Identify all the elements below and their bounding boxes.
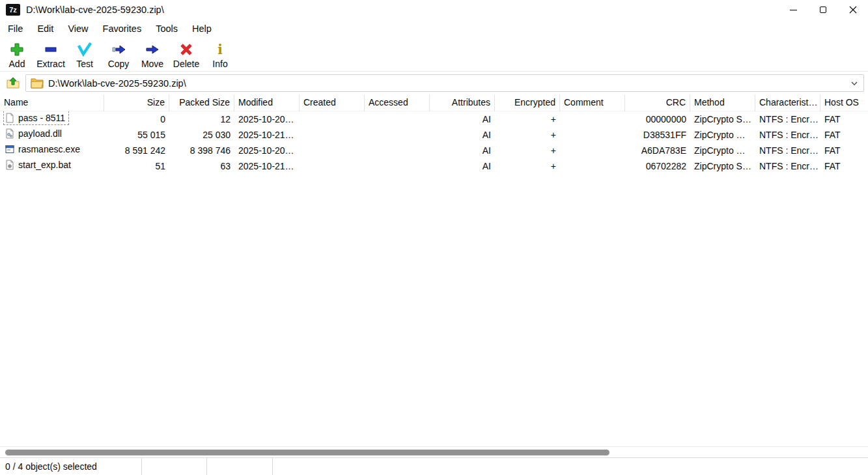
menu-tools[interactable]: Tools: [148, 22, 185, 36]
up-folder-icon: [7, 77, 20, 89]
menu-edit[interactable]: Edit: [30, 22, 61, 36]
column-header-attributes[interactable]: Attributes: [430, 94, 495, 111]
cell-packed_size: 63: [169, 158, 234, 174]
column-header-created[interactable]: Created: [300, 94, 365, 111]
file-row[interactable]: rasmanesc.exe8 591 2428 398 7462025-10-2…: [0, 143, 868, 158]
up-level-button[interactable]: [5, 76, 21, 91]
dll-file-icon: [5, 128, 15, 139]
column-header-label: Host OS: [824, 97, 859, 108]
cell-packed_size: 25 030: [169, 127, 234, 143]
column-header-label: Size: [147, 97, 165, 108]
cell-comment: [560, 143, 625, 158]
path-text: D:\Work\lab-cve-2025-59230.zip\: [48, 78, 845, 89]
column-header-label: Attributes: [452, 97, 490, 108]
column-header-label: Method: [694, 97, 725, 108]
file-name-wrap[interactable]: pass - 8511: [4, 111, 68, 124]
cell-comment: [560, 127, 625, 143]
menu-file[interactable]: File: [1, 22, 30, 36]
cell-name: start_exp.bat: [0, 158, 104, 174]
extract-button[interactable]: Extract: [34, 41, 68, 69]
menu-view[interactable]: View: [61, 22, 95, 36]
maximize-button[interactable]: [808, 0, 838, 20]
cell-crc: A6DA783E: [625, 143, 690, 158]
cell-modified: 2025-10-20…: [234, 111, 300, 127]
menu-favorites[interactable]: Favorites: [96, 22, 149, 36]
cell-size: 8 591 242: [104, 143, 169, 158]
svg-text:i: i: [217, 42, 223, 57]
delete-button[interactable]: Delete: [169, 41, 203, 69]
status-pane-selection: 0 / 4 object(s) selected: [0, 458, 142, 475]
copy-button[interactable]: Copy: [102, 41, 135, 69]
cell-size: 55 015: [104, 127, 169, 143]
column-header-label: Encrypted: [514, 97, 555, 108]
cell-created: [300, 158, 365, 174]
column-header-host_os[interactable]: Host OS: [820, 94, 868, 111]
minimize-button[interactable]: [778, 0, 808, 20]
column-header-modified[interactable]: Modified: [234, 94, 300, 111]
column-header-accessed[interactable]: Accessed: [365, 94, 430, 111]
text-file-icon: [5, 113, 15, 123]
column-header-encrypted[interactable]: Encrypted: [495, 94, 560, 111]
move-button[interactable]: Move: [135, 41, 169, 69]
file-name-label: start_exp.bat: [18, 158, 71, 173]
add-button[interactable]: Add: [0, 41, 34, 69]
cell-modified: 2025-10-21…: [234, 127, 300, 143]
column-header-label: CRC: [666, 97, 686, 108]
list-rows: pass - 85110122025-10-20…AI+00000000ZipC…: [0, 111, 868, 174]
cell-encrypted: +: [495, 143, 560, 158]
cell-characteristics: NTFS : Encr…: [755, 111, 820, 127]
cell-name: pass - 8511: [0, 111, 104, 127]
horizontal-scrollbar[interactable]: [0, 446, 868, 457]
cell-name: rasmanesc.exe: [0, 143, 104, 158]
toolbar-label: Add: [9, 59, 25, 69]
toolbar-label: Extract: [36, 59, 65, 69]
column-header-characteristics[interactable]: Characterist…: [755, 94, 820, 111]
menu-bar: File Edit View Favorites Tools Help: [0, 20, 868, 38]
column-header-crc[interactable]: CRC: [625, 94, 690, 111]
file-name-wrap[interactable]: rasmanesc.exe: [4, 143, 83, 156]
cell-attributes: AI: [430, 111, 495, 127]
cell-method: ZipCrypto S…: [690, 158, 755, 174]
title-bar[interactable]: 7z D:\Work\lab-cve-2025-59230.zip\: [0, 0, 868, 20]
cell-accessed: [365, 143, 430, 158]
column-header-comment[interactable]: Comment: [560, 94, 625, 111]
test-icon: [77, 41, 92, 58]
cell-encrypted: +: [495, 127, 560, 143]
close-button[interactable]: [838, 0, 868, 20]
file-row[interactable]: pass - 85110122025-10-20…AI+00000000ZipC…: [0, 111, 868, 127]
test-button[interactable]: Test: [68, 41, 102, 69]
cell-comment: [560, 158, 625, 174]
cell-attributes: AI: [430, 143, 495, 158]
cell-created: [300, 143, 365, 158]
cell-accessed: [365, 111, 430, 127]
file-list-empty-area: [0, 174, 868, 446]
column-header-name[interactable]: Name: [0, 94, 104, 111]
file-name-wrap[interactable]: start_exp.bat: [4, 158, 74, 171]
window-controls: [778, 0, 868, 20]
info-button[interactable]: i Info: [203, 41, 237, 69]
cell-encrypted: +: [495, 111, 560, 127]
address-bar: D:\Work\lab-cve-2025-59230.zip\: [0, 72, 868, 94]
copy-icon: [111, 41, 126, 58]
column-header-packed_size[interactable]: Packed Size: [169, 94, 234, 111]
toolbar-label: Delete: [173, 59, 199, 69]
add-icon: [10, 41, 24, 58]
status-pane-4: [273, 458, 868, 475]
status-pane-2: [142, 458, 207, 475]
file-name-label: payload.dll: [18, 127, 62, 141]
cell-modified: 2025-10-21…: [234, 158, 300, 174]
column-header-method[interactable]: Method: [690, 94, 755, 111]
menu-help[interactable]: Help: [185, 22, 219, 36]
toolbar-label: Test: [76, 59, 93, 69]
chevron-down-icon[interactable]: [849, 78, 860, 89]
column-header-label: Characterist…: [759, 97, 817, 108]
cell-host_os: FAT: [820, 143, 868, 158]
path-combobox[interactable]: D:\Work\lab-cve-2025-59230.zip\: [25, 74, 864, 92]
file-name-wrap[interactable]: payload.dll: [4, 127, 65, 140]
toolbar-label: Move: [141, 59, 163, 69]
column-header-size[interactable]: Size: [104, 94, 169, 111]
file-row[interactable]: start_exp.bat51632025-10-21…AI+06702282Z…: [0, 158, 868, 174]
scrollbar-thumb[interactable]: [5, 450, 609, 455]
toolbar: Add Extract Test Copy Move: [0, 38, 868, 72]
file-row[interactable]: payload.dll55 01525 0302025-10-21…AI+D38…: [0, 127, 868, 143]
